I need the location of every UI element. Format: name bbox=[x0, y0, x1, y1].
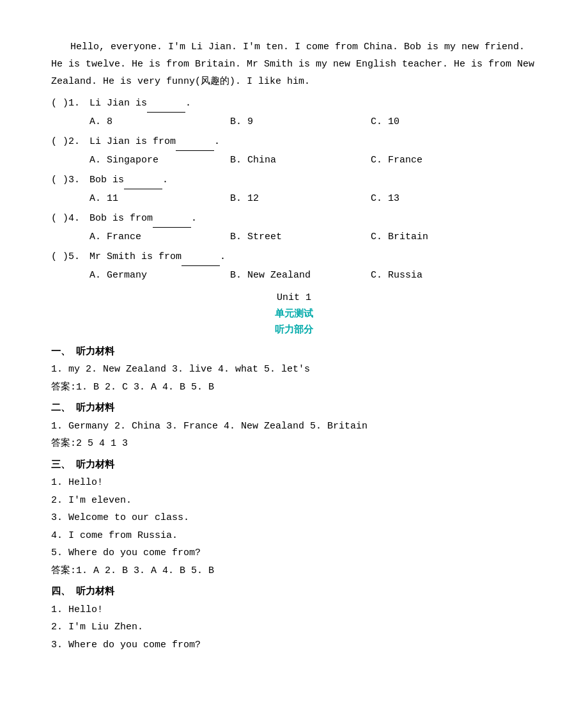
q3-text: Bob is . bbox=[89, 172, 537, 189]
q4-option-a: A. France bbox=[89, 229, 230, 246]
section-4: 四、 听力材料 1. Hello! 2. I'm Liu Zhen. 3. Wh… bbox=[51, 584, 537, 653]
q5-options: A. Germany B. New Zealand C. Russia bbox=[89, 267, 537, 284]
section-3-item-5: 5. Where do you come from? bbox=[51, 545, 537, 562]
section-2: 二、 听力材料 1. Germany 2. China 3. France 4.… bbox=[51, 400, 537, 452]
section-3: 三、 听力材料 1. Hello! 2. I'm eleven. 3. Welc… bbox=[51, 457, 537, 579]
q2-option-b: B. China bbox=[230, 152, 371, 169]
q1-prefix: ( )1. bbox=[51, 95, 89, 112]
unit-title-block: Unit 1 单元测试 听力部分 bbox=[51, 290, 537, 339]
section-3-item-4: 4. I come from Russia. bbox=[51, 528, 537, 544]
q1-option-c: C. 10 bbox=[371, 114, 511, 130]
q2-option-c: C. France bbox=[371, 152, 511, 169]
q4-prefix: ( )4. bbox=[51, 210, 89, 227]
q1-option-b: B. 9 bbox=[230, 114, 371, 130]
q3-options: A. 11 B. 12 C. 13 bbox=[89, 191, 537, 207]
q4-options: A. France B. Street C. Britain bbox=[89, 229, 537, 246]
section-3-item-3: 3. Welcome to our class. bbox=[51, 510, 537, 526]
q5-prefix: ( )5. bbox=[51, 249, 89, 265]
q5-option-b: B. New Zealand bbox=[230, 267, 371, 284]
q3-option-a: A. 11 bbox=[89, 191, 230, 207]
listening-title: 听力部分 bbox=[51, 322, 537, 339]
section-4-item-2: 2. I'm Liu Zhen. bbox=[51, 619, 537, 636]
section-1-answer: 答案:1. B 2. C 3. A 4. B 5. B bbox=[51, 379, 537, 396]
q3-option-b: B. 12 bbox=[230, 191, 371, 207]
section-4-item-3: 3. Where do you come from? bbox=[51, 637, 537, 654]
q5-option-c: C. Russia bbox=[371, 267, 511, 284]
unit-title: Unit 1 bbox=[51, 290, 537, 306]
section-3-answer: 答案:1. A 2. B 3. A 4. B 5. B bbox=[51, 563, 537, 579]
section-3-label: 三、 听力材料 bbox=[51, 457, 537, 474]
section-4-item-1: 1. Hello! bbox=[51, 602, 537, 618]
q4-option-b: B. Street bbox=[230, 229, 371, 246]
q3-prefix: ( )3. bbox=[51, 172, 89, 189]
section-3-item-1: 1. Hello! bbox=[51, 475, 537, 491]
question-2: ( )2. Li Jian is from . bbox=[51, 134, 537, 151]
section-1-items: 1. my 2. New Zealand 3. live 4. what 5. … bbox=[51, 361, 537, 378]
section-4-label: 四、 听力材料 bbox=[51, 584, 537, 601]
questions-section: ( )1. Li Jian is . A. 8 B. 9 C. 10 ( )2.… bbox=[51, 95, 537, 283]
q4-text: Bob is from . bbox=[89, 210, 537, 228]
q4-option-c: C. Britain bbox=[371, 229, 511, 246]
question-3: ( )3. Bob is . bbox=[51, 172, 537, 189]
sections-container: 一、 听力材料 1. my 2. New Zealand 3. live 4. … bbox=[51, 344, 537, 654]
section-3-item-2: 2. I'm eleven. bbox=[51, 492, 537, 509]
q1-text: Li Jian is . bbox=[89, 95, 537, 113]
section-1: 一、 听力材料 1. my 2. New Zealand 3. live 4. … bbox=[51, 344, 537, 396]
section-2-label: 二、 听力材料 bbox=[51, 400, 537, 417]
section-2-items: 1. Germany 2. China 3. France 4. New Zea… bbox=[51, 418, 537, 435]
q3-option-c: C. 13 bbox=[371, 191, 511, 207]
q5-text: Mr Smith is from . bbox=[89, 249, 537, 266]
question-1: ( )1. Li Jian is . bbox=[51, 95, 537, 113]
q1-option-a: A. 8 bbox=[89, 114, 230, 130]
q5-option-a: A. Germany bbox=[89, 267, 230, 284]
q1-options: A. 8 B. 9 C. 10 bbox=[89, 114, 537, 130]
question-4: ( )4. Bob is from . bbox=[51, 210, 537, 228]
test-title: 单元测试 bbox=[51, 306, 537, 323]
question-5: ( )5. Mr Smith is from . bbox=[51, 249, 537, 266]
section-2-answer: 答案:2 5 4 1 3 bbox=[51, 436, 537, 452]
q2-option-a: A. Singapore bbox=[89, 152, 230, 169]
q2-prefix: ( )2. bbox=[51, 134, 89, 150]
q2-text: Li Jian is from . bbox=[89, 134, 537, 151]
q2-options: A. Singapore B. China C. France bbox=[89, 152, 537, 169]
passage-text: Hello, everyone. I'm Li Jian. I'm ten. I… bbox=[51, 38, 537, 90]
section-1-label: 一、 听力材料 bbox=[51, 344, 537, 361]
